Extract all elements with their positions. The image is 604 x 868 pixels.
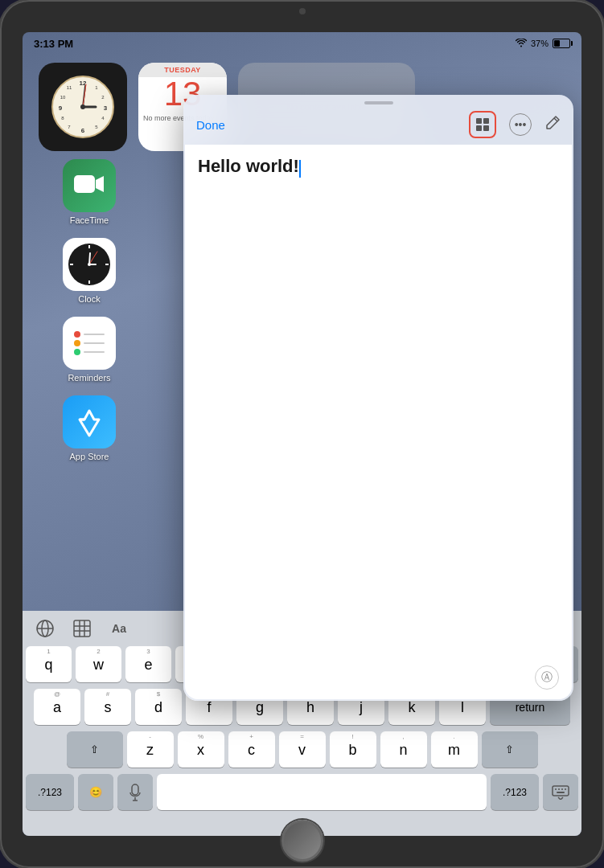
key-s-main: s	[105, 700, 112, 714]
keyboard-table-btn[interactable]	[69, 616, 95, 641]
reminders-label: Reminders	[68, 373, 110, 383]
key-emoji[interactable]: 😊	[78, 774, 113, 810]
key-numbers-right[interactable]: .?123	[491, 774, 539, 810]
grid-cell-4	[483, 125, 489, 131]
grid-cell-3	[476, 125, 482, 131]
app-icon-clock[interactable]: Clock	[63, 238, 116, 304]
key-s-sub: #	[106, 691, 109, 698]
key-m[interactable]: . m	[431, 731, 478, 768]
key-z-main: z	[146, 743, 154, 757]
key-b[interactable]: ! b	[330, 731, 376, 768]
key-a-main: a	[53, 700, 61, 714]
battery-icon	[553, 39, 570, 48]
svg-text:9: 9	[59, 104, 63, 112]
svg-rect-17	[74, 175, 95, 193]
notes-done-button[interactable]: Done	[196, 118, 225, 132]
key-m-sub: .	[453, 734, 454, 740]
table-icon	[73, 620, 91, 637]
key-e[interactable]: 3 e	[125, 646, 171, 682]
key-n-sub: ,	[402, 734, 404, 740]
key-mic[interactable]	[117, 774, 153, 810]
svg-text:11: 11	[67, 85, 72, 90]
app-icon-facetime[interactable]: FaceTime	[63, 159, 116, 225]
notes-grid-button[interactable]	[469, 111, 496, 138]
key-c[interactable]: + c	[228, 731, 275, 768]
key-v-main: v	[298, 743, 306, 757]
key-numbers-left[interactable]: .?123	[26, 774, 74, 810]
appstore-label: App Store	[70, 452, 109, 461]
keyboard-aa-btn[interactable]: Aa	[106, 616, 132, 641]
svg-line-36	[554, 118, 557, 121]
svg-text:6: 6	[81, 127, 85, 134]
app-icons-column: FaceTime	[63, 159, 116, 461]
grid-cell-1	[476, 118, 482, 124]
clock-face-svg: 12 3 6 9 1 2 4 5 7 8 10 11	[51, 75, 115, 139]
key-d-sub: $	[157, 691, 160, 698]
key-shift-right[interactable]: ⇧	[482, 731, 538, 768]
key-a[interactable]: @ a	[34, 689, 80, 725]
notes-popup: Done •••	[183, 95, 573, 701]
clock-app-icon	[63, 238, 116, 291]
key-c-sub: +	[249, 734, 253, 740]
key-f-main: f	[207, 700, 211, 714]
key-k-main: k	[409, 700, 416, 714]
status-time: 3:13 PM	[34, 38, 73, 50]
svg-text:3: 3	[104, 104, 108, 112]
clock-widget[interactable]: 12 3 6 9 1 2 4 5 7 8 10 11	[39, 63, 127, 151]
app-icon-reminders[interactable]: Reminders	[63, 317, 116, 383]
battery-percent: 37%	[531, 39, 549, 48]
svg-point-28	[88, 263, 91, 266]
key-x[interactable]: % x	[178, 731, 224, 768]
facetime-label: FaceTime	[70, 215, 109, 225]
key-x-main: x	[197, 743, 204, 757]
edit-icon	[544, 115, 561, 131]
svg-point-16	[80, 104, 85, 109]
key-e-main: e	[145, 657, 153, 672]
wifi-icon	[516, 39, 527, 49]
notes-content[interactable]: Hello world! Ⓐ	[185, 145, 572, 699]
reminders-dots	[66, 323, 113, 363]
numbers-right-label: .?123	[503, 787, 527, 798]
home-button[interactable]	[281, 820, 323, 862]
key-space[interactable]	[157, 774, 487, 810]
notes-more-button[interactable]: •••	[509, 113, 532, 136]
key-n[interactable]: , n	[380, 731, 427, 768]
key-d-main: d	[154, 700, 162, 714]
notes-toolbar: Done •••	[183, 108, 573, 145]
key-q-sub: 1	[47, 649, 50, 655]
svg-rect-40	[74, 620, 90, 637]
grid-icon	[476, 118, 489, 131]
key-shift-left[interactable]: ⇧	[67, 731, 123, 768]
numbers-left-label: .?123	[38, 787, 62, 798]
app-icon-appstore[interactable]: App Store	[63, 395, 116, 461]
screen: 3:13 PM 37%	[23, 32, 581, 836]
svg-text:10: 10	[60, 95, 66, 100]
facetime-icon	[63, 159, 116, 212]
key-keyboard-dismiss[interactable]	[543, 774, 578, 810]
emoji-icon: 😊	[89, 786, 102, 798]
notes-drag-handle[interactable]	[364, 101, 393, 104]
key-q[interactable]: 1 q	[26, 646, 72, 682]
status-bar: 3:13 PM 37%	[23, 32, 581, 55]
notes-edit-button[interactable]	[544, 115, 561, 135]
key-w[interactable]: 2 w	[76, 646, 121, 682]
notes-toolbar-right: •••	[469, 111, 561, 138]
key-h-main: h	[306, 700, 314, 714]
key-w-main: w	[93, 657, 104, 672]
appstore-icon	[63, 395, 116, 448]
key-z[interactable]: - z	[127, 731, 174, 768]
key-row-3: ⇧ - z % x + c =	[26, 731, 578, 768]
keyboard-emoji-btn[interactable]	[32, 616, 58, 641]
key-d[interactable]: $ d	[135, 689, 182, 725]
key-c-main: c	[248, 743, 255, 757]
shift-right-icon: ⇧	[505, 743, 514, 755]
svg-marker-18	[96, 176, 104, 192]
key-l-main: l	[461, 700, 464, 714]
key-v-sub: =	[300, 734, 304, 740]
key-x-sub: %	[198, 734, 203, 740]
key-s[interactable]: # s	[84, 689, 131, 725]
key-v[interactable]: = v	[279, 731, 326, 768]
keyboard-dismiss-icon	[552, 785, 569, 800]
notes-bottom-button[interactable]: Ⓐ	[535, 665, 559, 690]
front-camera	[299, 8, 306, 14]
